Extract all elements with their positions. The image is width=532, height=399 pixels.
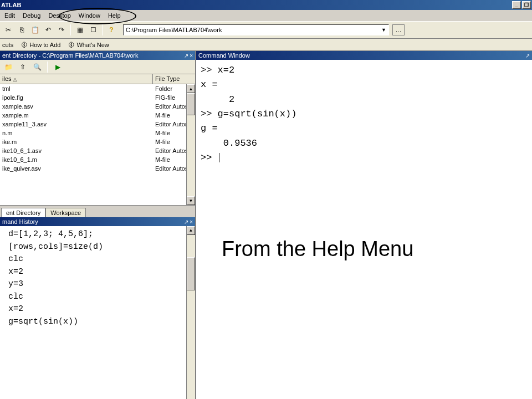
help-icon[interactable]: ? <box>105 24 117 36</box>
command-history-body[interactable]: d=[1,2,3; 4,5,6]; [rows,cols]=size(d) cl… <box>0 226 195 399</box>
text-cursor <box>219 153 219 162</box>
file-name: ike_quiver.asv <box>0 165 153 172</box>
table-row[interactable]: tmlFolder <box>0 84 195 93</box>
toolbar-separator <box>102 24 103 35</box>
command-line: g = <box>201 121 528 136</box>
table-row[interactable]: ipole.figFIG-file <box>0 93 195 102</box>
redo-icon[interactable]: ↷ <box>55 24 68 36</box>
pane-title-text: Command Window <box>198 52 250 59</box>
close-icon[interactable]: × <box>190 53 193 59</box>
command-window-titlebar: Command Window ↗ <box>196 51 532 60</box>
shortcuts-bar: cuts 🛈How to Add 🛈What's New <box>0 39 532 51</box>
tab-current-directory[interactable]: ent Directory <box>1 208 45 217</box>
history-line[interactable]: clc <box>3 291 192 304</box>
vertical-scrollbar[interactable]: ▲ ▼ <box>186 226 195 399</box>
file-name: xample11_3.asv <box>0 121 153 127</box>
scroll-down-icon[interactable]: ▼ <box>187 196 195 205</box>
paste-icon[interactable]: 📋 <box>29 24 41 36</box>
tab-workspace[interactable]: Workspace <box>45 208 86 217</box>
history-line[interactable]: x=2 <box>3 303 192 316</box>
shortcut-whats-new[interactable]: 🛈What's New <box>68 42 109 48</box>
command-line: x = <box>201 78 528 92</box>
close-icon[interactable]: × <box>190 219 193 225</box>
column-header-files[interactable]: iles △ <box>0 74 153 84</box>
history-line[interactable]: clc <box>3 253 192 266</box>
table-row[interactable]: ike_quiver.asvEditor Autos <box>0 164 195 173</box>
pane-title-text: ent Directory - C:\Program Files\MATLAB7… <box>2 52 139 59</box>
copy-icon[interactable]: ⎘ <box>16 24 28 36</box>
undo-icon[interactable]: ↶ <box>42 24 54 36</box>
current-directory-combo[interactable]: C:\Program Files\MATLAB704\work ▼ <box>123 24 389 35</box>
file-list[interactable]: tmlFolderipole.figFIG-filexample.asvEdit… <box>0 84 195 205</box>
history-line[interactable]: d=[1,2,3; 4,5,6]; <box>3 228 192 241</box>
scroll-thumb[interactable] <box>187 93 195 115</box>
current-directory-titlebar: ent Directory - C:\Program Files\MATLAB7… <box>0 51 195 60</box>
file-name: ike10_6_1.m <box>0 156 153 163</box>
table-row[interactable]: ike10_6_1.asvEditor Autos <box>0 146 195 155</box>
new-folder-icon[interactable]: 📁 <box>2 61 14 73</box>
slide-annotation: From the Help Menu <box>222 237 413 261</box>
scroll-up-icon[interactable]: ▲ <box>187 84 195 93</box>
toolbar-separator <box>47 62 48 73</box>
scroll-thumb[interactable] <box>187 257 195 290</box>
shortcut-cuts[interactable]: cuts <box>2 42 13 48</box>
command-window-body[interactable]: >> x=2x = 2>> g=sqrt(sin(x))g = 0.9536>> <box>196 60 532 399</box>
menu-window[interactable]: Window <box>75 11 104 20</box>
command-history-pane: mand History ↗ × d=[1,2,3; 4,5,6]; [rows… <box>0 217 195 399</box>
up-folder-icon[interactable]: ⇧ <box>17 61 29 73</box>
table-row[interactable]: xample.asvEditor Autos <box>0 102 195 111</box>
info-icon: 🛈 <box>21 42 27 48</box>
command-history-titlebar: mand History ↗ × <box>0 217 195 226</box>
file-name: xample.asv <box>0 103 153 110</box>
scroll-up-icon[interactable]: ▲ <box>187 226 195 235</box>
menu-debug[interactable]: Debug <box>19 11 44 20</box>
right-column: Command Window ↗ >> x=2x = 2>> g=sqrt(si… <box>195 51 532 399</box>
table-row[interactable]: xample11_3.asvEditor Autos <box>0 120 195 129</box>
main-layout: ent Directory - C:\Program Files\MATLAB7… <box>0 51 532 399</box>
shortcut-how-to-add[interactable]: 🛈How to Add <box>21 42 60 48</box>
history-line[interactable]: [rows,cols]=size(d) <box>3 241 192 254</box>
history-line[interactable]: y=3 <box>3 278 192 291</box>
current-directory-path: C:\Program Files\MATLAB704\work <box>126 27 222 33</box>
command-line: >> g=sqrt(sin(x)) <box>201 107 528 121</box>
cut-icon[interactable]: ✂ <box>2 24 14 36</box>
command-line: 2 <box>201 93 528 107</box>
table-row[interactable]: ike10_6_1.mM-file <box>0 155 195 164</box>
restore-button[interactable]: ❐ <box>522 1 531 9</box>
main-toolbar: ✂ ⎘ 📋 ↶ ↷ ▦ ☐ ? C:\Program Files\MATLAB7… <box>0 21 532 39</box>
file-name: tml <box>0 85 153 92</box>
chevron-down-icon[interactable]: ▼ <box>381 27 386 33</box>
command-line: >> <box>201 151 528 165</box>
left-column: ent Directory - C:\Program Files\MATLAB7… <box>0 51 195 399</box>
menubar: Edit Debug Desktop Window Help <box>0 10 532 21</box>
menu-desktop[interactable]: Desktop <box>45 11 74 20</box>
file-name: xample.m <box>0 112 153 119</box>
undock-icon[interactable]: ↗ <box>184 219 188 225</box>
command-line: >> x=2 <box>201 63 528 78</box>
pane-title-text: mand History <box>2 218 38 225</box>
table-row[interactable]: xample.mM-file <box>0 111 195 120</box>
file-name: ike.m <box>0 139 153 145</box>
undock-icon[interactable]: ↗ <box>184 53 188 59</box>
find-icon[interactable]: 🔍 <box>31 61 43 73</box>
minimize-button[interactable]: _ <box>512 1 521 9</box>
table-row[interactable]: ike.mM-file <box>0 137 195 146</box>
current-directory-pane: ent Directory - C:\Program Files\MATLAB7… <box>0 51 195 217</box>
column-header-type[interactable]: File Type <box>153 74 195 84</box>
window-titlebar: ATLAB _ ❐ <box>0 0 532 10</box>
file-name: n.m <box>0 130 153 136</box>
browse-folder-button[interactable]: … <box>392 24 405 35</box>
menu-edit[interactable]: Edit <box>1 11 18 20</box>
command-line: 0.9536 <box>201 136 528 151</box>
vertical-scrollbar[interactable]: ▲ ▼ <box>186 84 195 205</box>
undock-icon[interactable]: ↗ <box>525 53 530 59</box>
history-line[interactable]: g=sqrt(sin(x)) <box>3 316 192 329</box>
directory-toolbar: 📁 ⇧ 🔍 ▶ <box>0 60 195 74</box>
history-line[interactable]: x=2 <box>3 266 192 279</box>
guide-icon[interactable]: ☐ <box>87 24 99 36</box>
menu-help[interactable]: Help <box>105 11 124 20</box>
table-row[interactable]: n.mM-file <box>0 129 195 137</box>
simulink-icon[interactable]: ▦ <box>74 24 86 36</box>
run-icon[interactable]: ▶ <box>52 61 64 73</box>
info-icon: 🛈 <box>68 42 74 48</box>
